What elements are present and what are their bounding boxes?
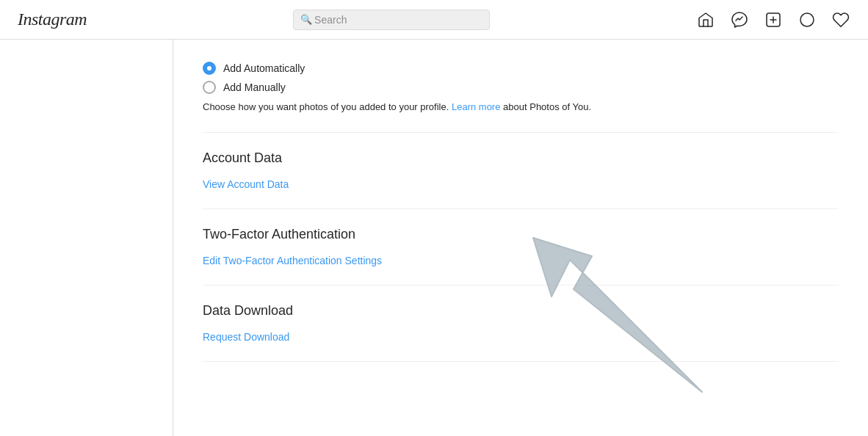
add-icon[interactable] [764,10,783,29]
search-input[interactable] [293,10,490,30]
two-factor-title: Two-Factor Authentication [203,227,839,242]
compass-icon[interactable] [798,10,817,29]
view-account-data-link[interactable]: View Account Data [203,178,289,190]
photo-tags-description: Choose how you want photos of you added … [203,100,839,115]
page-layout: Add Automatically Add Manually Choose ho… [0,40,868,436]
svg-marker-4 [804,17,810,23]
heart-icon[interactable] [831,10,850,29]
sidebar [0,40,173,436]
messenger-icon[interactable] [730,10,749,29]
radio-auto-label: Add Automatically [223,62,305,74]
radio-auto-circle[interactable] [203,62,216,75]
home-icon[interactable] [696,10,715,29]
radio-manual-label: Add Manually [223,81,286,93]
svg-point-3 [800,13,814,26]
radio-auto-option[interactable]: Add Automatically [203,62,839,75]
account-data-section: Account Data View Account Data [203,133,839,209]
photo-tags-section: Add Automatically Add Manually Choose ho… [203,62,839,133]
header: Instagram 🔍 [0,0,868,40]
learn-more-link[interactable]: Learn more [452,101,500,112]
data-download-title: Data Download [203,303,839,319]
radio-manual-option[interactable]: Add Manually [203,81,839,94]
radio-manual-circle[interactable] [203,81,216,94]
main-content: Add Automatically Add Manually Choose ho… [173,40,868,436]
data-download-section: Data Download Request Download [203,286,839,362]
search-container: 🔍 [293,10,490,30]
two-factor-link[interactable]: Edit Two-Factor Authentication Settings [203,255,382,266]
search-icon: 🔍 [300,14,312,25]
search-wrapper: 🔍 [293,10,490,30]
two-factor-section: Two-Factor Authentication Edit Two-Facto… [203,209,839,286]
instagram-logo: Instagram [18,10,87,29]
request-download-link[interactable]: Request Download [203,331,289,343]
header-nav [696,10,850,29]
account-data-title: Account Data [203,150,839,166]
